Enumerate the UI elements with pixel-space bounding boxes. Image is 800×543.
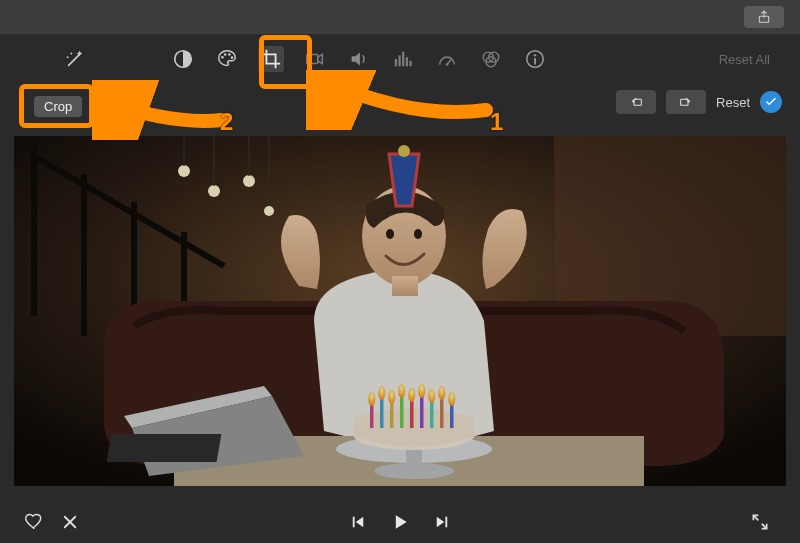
reset-crop-button[interactable]: Reset [716,95,750,110]
color-correction-button[interactable] [214,46,240,72]
svg-rect-13 [409,61,411,67]
svg-rect-11 [402,52,404,67]
next-frame-button[interactable] [432,512,452,532]
svg-rect-10 [398,55,400,66]
svg-rect-68 [14,136,786,486]
heart-icon [24,512,44,532]
titlebar [0,0,800,34]
playback-bar [0,500,800,543]
svg-rect-69 [353,516,355,527]
svg-rect-22 [681,99,688,105]
expand-icon [750,512,770,532]
svg-rect-12 [406,57,408,66]
share-button[interactable] [744,6,784,28]
annotation-arrow-2 [92,80,232,140]
svg-point-4 [221,56,224,59]
svg-point-2 [67,56,69,58]
reset-all-button[interactable]: Reset All [719,52,770,67]
equalizer-icon [392,48,414,70]
contrast-icon [172,48,194,70]
prev-frame-button[interactable] [348,512,368,532]
svg-rect-20 [534,58,536,64]
color-balance-button[interactable] [170,46,196,72]
gauge-icon [436,48,458,70]
share-icon [756,9,772,25]
annotation-highlight-crop-button [19,84,94,128]
annotation-step-1: 1 [490,108,503,136]
svg-point-19 [534,54,536,56]
annotation-step-2: 2 [220,108,233,136]
favorite-button[interactable] [24,512,44,532]
annotation-highlight-crop-tool [259,35,312,89]
rotate-cw-icon [676,94,696,110]
magic-wand-icon [64,48,86,70]
check-icon [764,95,778,109]
x-icon [61,513,79,531]
svg-point-7 [231,56,234,59]
svg-rect-21 [634,99,641,105]
info-icon [524,48,546,70]
svg-rect-9 [395,59,397,66]
svg-point-6 [228,53,231,56]
rotate-ccw-icon [626,94,646,110]
video-preview[interactable] [14,136,786,486]
svg-point-5 [224,53,227,56]
svg-rect-70 [445,516,447,527]
svg-point-1 [70,53,72,55]
preview-image [14,136,786,486]
rotate-cw-button[interactable] [666,90,706,114]
filter-button[interactable] [478,46,504,72]
skip-back-icon [349,513,367,531]
play-button[interactable] [390,512,410,532]
volume-button[interactable] [346,46,372,72]
speaker-icon [348,48,370,70]
svg-point-14 [446,63,448,65]
auto-enhance-button[interactable] [60,44,90,74]
filter-icon [480,48,502,70]
eq-button[interactable] [390,46,416,72]
apply-crop-button[interactable] [760,91,782,113]
speed-button[interactable] [434,46,460,72]
info-button[interactable] [522,46,548,72]
fullscreen-button[interactable] [750,512,770,532]
skip-forward-icon [433,513,451,531]
annotation-arrow-1 [306,70,496,130]
reject-button[interactable] [60,512,80,532]
rotate-ccw-button[interactable] [616,90,656,114]
palette-icon [216,48,238,70]
play-icon [390,511,410,533]
